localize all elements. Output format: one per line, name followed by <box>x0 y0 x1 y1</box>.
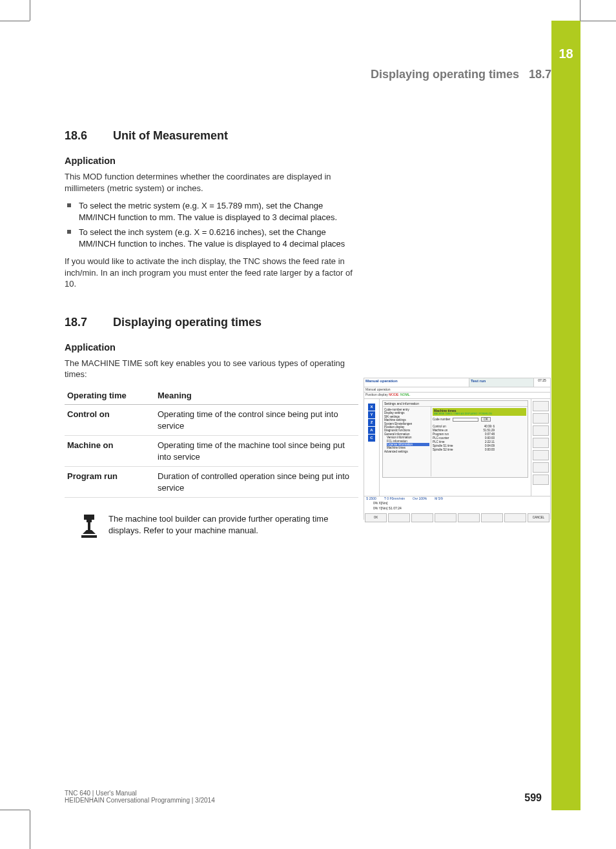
table-key: Machine on <box>65 436 155 467</box>
paragraph: This MOD function determines whether the… <box>65 171 358 194</box>
axis-c: C <box>368 435 375 442</box>
table-header-optime: Operating time <box>65 387 155 405</box>
code-input[interactable] <box>453 418 478 422</box>
ok-button[interactable]: OK <box>481 417 491 422</box>
page-footer: TNC 640 | User's Manual HEIDENHAIN Conve… <box>65 790 542 804</box>
x-load-line: 0% X[Nm] <box>364 500 550 506</box>
sidebar-button[interactable] <box>533 425 549 436</box>
section-title: Displaying operating times <box>113 316 262 329</box>
screenshot-axes: X Y Z A C <box>364 399 380 496</box>
screenshot-clock: 07:25 <box>533 378 550 387</box>
chapter-number: 18 <box>559 46 573 61</box>
softkey-row: OK CANCEL <box>364 513 550 522</box>
dialog-tree: Code-number entry Display settings SIK s… <box>383 407 431 476</box>
table-val: Duration of controlled operation since b… <box>155 467 358 498</box>
table-key: Program run <box>65 467 155 498</box>
footer-line1: TNC 640 | User's Manual <box>65 790 215 797</box>
axis-y: Y <box>368 411 375 418</box>
footer-line2: HEIDENHAIN Conversational Programming | … <box>65 797 215 804</box>
screenshot-mode-left: Manual operation <box>364 378 469 387</box>
table-key: Control on <box>65 405 155 436</box>
axis-x: X <box>368 404 375 411</box>
softkey-cancel[interactable]: CANCEL <box>528 513 549 522</box>
panel-subtitle: MACHINE TIMES / TIMES AS DISPLAYED / POW… <box>434 413 525 415</box>
paragraph: If you would like to activate the inch d… <box>65 256 358 290</box>
running-header: Displaying operating times 18.7 <box>65 68 551 81</box>
axis-a: A <box>368 427 375 434</box>
dialog-title: Settings and information <box>383 401 528 407</box>
section-number: 18.6 <box>65 129 110 143</box>
sidebar-button[interactable] <box>533 475 549 485</box>
dialog-panel: Machine times MACHINE TIMES / TIMES AS D… <box>431 407 528 476</box>
table-row: Machine on Operating time of the machine… <box>65 436 358 467</box>
machine-manual-note: The machine tool builder can provide fur… <box>65 507 358 546</box>
page-number: 599 <box>524 792 542 804</box>
screenshot-position-line: Position display MODE: NOML. <box>364 393 550 399</box>
table-row: Control on Operating time of the control… <box>65 405 358 436</box>
list-item: To select the inch system (e.g. X = 0.62… <box>65 227 358 249</box>
sidebar-button[interactable] <box>533 401 549 411</box>
sidebar-button[interactable] <box>533 413 549 424</box>
running-header-title: Displaying operating times <box>371 68 519 81</box>
machine-tool-builder-icon <box>77 513 101 539</box>
bullet-list: To select the metric system (e.g. X = 15… <box>65 200 358 249</box>
screenshot-subtitle: Manual operation <box>364 387 550 393</box>
note-text: The machine tool builder can provide fur… <box>108 513 353 539</box>
softkey-ok[interactable]: OK <box>365 513 387 522</box>
screenshot-sidebar <box>531 399 550 496</box>
screenshot-mode-right: Test run <box>469 378 533 387</box>
code-label: Code number <box>433 418 450 421</box>
paragraph: The MACHINE TIME soft key enables you to… <box>65 358 358 380</box>
chapter-sidebar: 18 <box>551 21 580 810</box>
section-number: 18.7 <box>65 316 110 329</box>
running-header-section: 18.7 <box>529 68 551 81</box>
table-header-meaning: Meaning <box>155 387 358 405</box>
section-heading-186: 18.6 Unit of Measurement <box>65 129 542 143</box>
subheading-application-187: Application <box>65 342 358 353</box>
sidebar-button[interactable] <box>533 450 549 460</box>
table-val: Operating time of the control since bein… <box>155 405 358 436</box>
tnc-screenshot: Manual operation Test run 07:25 Manual o… <box>364 378 551 520</box>
screenshot-dialog: Settings and information Code-number ent… <box>382 400 528 478</box>
table-row: Program run Duration of controlled opera… <box>65 467 358 498</box>
section-heading-187: 18.7 Displaying operating times <box>65 316 542 329</box>
sidebar-button[interactable] <box>533 462 549 473</box>
table-val: Operating time of the machine tool since… <box>155 436 358 467</box>
subheading-application-186: Application <box>65 156 358 166</box>
sidebar-button[interactable] <box>533 438 549 448</box>
svg-rect-0 <box>81 535 97 538</box>
list-item: To select the metric system (e.g. X = 15… <box>65 200 358 223</box>
y-load-line: 0% Y[Nm] S1 07:24 <box>364 506 550 511</box>
axis-z: Z <box>368 419 375 426</box>
section-title: Unit of Measurement <box>113 129 228 142</box>
operating-times-table: Operating time Meaning Control on Operat… <box>65 387 358 498</box>
